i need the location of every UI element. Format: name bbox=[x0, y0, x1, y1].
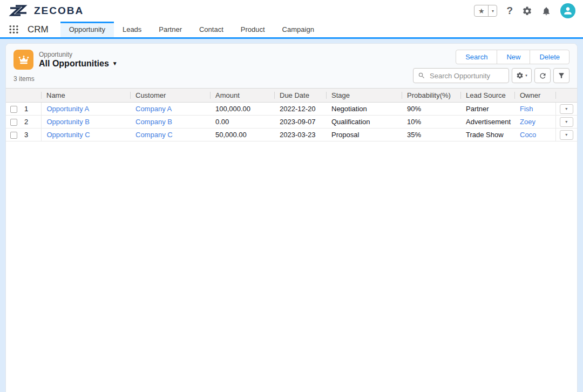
top-actions: ★ ▾ ? bbox=[474, 3, 575, 18]
probability-cell: 90% bbox=[402, 103, 460, 116]
tab-product[interactable]: Product bbox=[232, 22, 274, 37]
column-header-lead-source[interactable]: Lead Source bbox=[460, 89, 514, 103]
stage-cell: Proposal bbox=[326, 129, 402, 141]
logo[interactable]: ZECOBA bbox=[8, 3, 84, 18]
app-launcher-icon[interactable] bbox=[8, 24, 19, 35]
column-header-due-date[interactable]: Due Date bbox=[274, 89, 326, 103]
top-header: ZECOBA ★ ▾ ? bbox=[0, 0, 583, 22]
delete-button[interactable]: Delete bbox=[530, 50, 570, 64]
tab-contact[interactable]: Contact bbox=[191, 22, 232, 37]
filter-button[interactable] bbox=[553, 68, 570, 83]
view-caret-icon: ▼ bbox=[112, 58, 118, 69]
select-all-header bbox=[6, 89, 41, 103]
search-input[interactable] bbox=[413, 68, 509, 83]
app-name: CRM bbox=[28, 24, 49, 35]
table-row: 1 Opportunity A Company A 100,000.00 202… bbox=[6, 103, 577, 116]
gear-icon[interactable] bbox=[522, 6, 532, 16]
lead-source-cell: Partner bbox=[460, 103, 514, 116]
crown-icon bbox=[18, 54, 30, 66]
row-actions-button[interactable]: ▾ bbox=[560, 104, 573, 114]
caret-down-icon: ▾ bbox=[565, 132, 567, 137]
probability-cell: 10% bbox=[402, 116, 460, 129]
search-icon bbox=[418, 72, 425, 79]
logo-icon bbox=[8, 3, 30, 18]
entity-label: Opportunity bbox=[39, 51, 118, 58]
owner-link[interactable]: Zoey bbox=[520, 118, 535, 126]
bell-icon[interactable] bbox=[541, 6, 551, 16]
row-number: 1 bbox=[24, 105, 28, 113]
tab-partner[interactable]: Partner bbox=[150, 22, 191, 37]
tab-campaign[interactable]: Campaign bbox=[274, 22, 323, 37]
search-box bbox=[413, 68, 509, 83]
opportunity-link[interactable]: Opportunity B bbox=[47, 118, 90, 126]
tab-opportunity[interactable]: Opportunity bbox=[60, 22, 114, 37]
list-view-card: Opportunity All Opportunities ▼ 3 items … bbox=[5, 43, 578, 392]
column-header-amount[interactable]: Amount bbox=[210, 89, 274, 103]
lead-source-cell: Advertisement bbox=[460, 116, 514, 129]
opportunity-link[interactable]: Opportunity C bbox=[47, 131, 90, 139]
caret-down-icon: ▾ bbox=[565, 106, 567, 111]
refresh-button[interactable] bbox=[534, 68, 551, 83]
owner-link[interactable]: Fish bbox=[520, 105, 533, 113]
row-checkbox[interactable] bbox=[10, 106, 17, 113]
row-actions-button[interactable]: ▾ bbox=[560, 117, 573, 127]
favorites-caret-icon[interactable]: ▾ bbox=[488, 5, 497, 16]
gear-icon bbox=[516, 72, 524, 79]
due-date-cell: 2023-03-23 bbox=[274, 129, 326, 141]
due-date-cell: 2022-12-20 bbox=[274, 103, 326, 116]
column-header-owner[interactable]: Owner bbox=[514, 89, 555, 103]
stage-cell: Negotiation bbox=[326, 103, 402, 116]
items-count: 3 items bbox=[13, 75, 118, 83]
settings-caret-icon: ▾ bbox=[525, 73, 527, 78]
page-background: Opportunity All Opportunities ▼ 3 items … bbox=[0, 39, 583, 392]
list-view-selector[interactable]: All Opportunities ▼ bbox=[39, 58, 118, 69]
view-name: All Opportunities bbox=[39, 58, 109, 69]
amount-cell: 100,000.00 bbox=[210, 103, 274, 116]
stage-cell: Qualification bbox=[326, 116, 402, 129]
filter-icon bbox=[558, 72, 565, 79]
opportunity-entity-icon bbox=[13, 50, 33, 70]
list-view-header: Opportunity All Opportunities ▼ 3 items … bbox=[6, 44, 577, 88]
column-header-stage[interactable]: Stage bbox=[326, 89, 402, 103]
list-settings-button[interactable]: ▾ bbox=[512, 68, 532, 83]
help-icon[interactable]: ? bbox=[506, 5, 513, 17]
customer-link[interactable]: Company A bbox=[135, 105, 172, 113]
list-tools: ▾ bbox=[413, 68, 570, 83]
amount-cell: 0.00 bbox=[210, 116, 274, 129]
table-header-row: Name Customer Amount Due Date Stage Prob… bbox=[6, 89, 577, 103]
list-actions: Search New Delete bbox=[456, 50, 570, 64]
amount-cell: 50,000.00 bbox=[210, 129, 274, 141]
due-date-cell: 2023-09-07 bbox=[274, 116, 326, 129]
new-button[interactable]: New bbox=[497, 50, 530, 64]
row-number: 3 bbox=[24, 131, 28, 139]
row-number: 2 bbox=[24, 118, 28, 126]
row-actions-button[interactable]: ▾ bbox=[560, 130, 573, 140]
person-icon bbox=[562, 5, 573, 16]
column-header-actions bbox=[555, 89, 577, 103]
favorites-control[interactable]: ★ ▾ bbox=[474, 5, 497, 17]
star-icon[interactable]: ★ bbox=[474, 5, 488, 16]
table-row: 3 Opportunity C Company C 50,000.00 2023… bbox=[6, 129, 577, 141]
search-button[interactable]: Search bbox=[456, 50, 497, 64]
tab-leads[interactable]: Leads bbox=[114, 22, 150, 37]
table-row: 2 Opportunity B Company B 0.00 2023-09-0… bbox=[6, 116, 577, 129]
opportunities-table: Name Customer Amount Due Date Stage Prob… bbox=[6, 88, 577, 141]
avatar[interactable] bbox=[560, 3, 575, 18]
owner-link[interactable]: Coco bbox=[520, 131, 536, 139]
row-checkbox[interactable] bbox=[10, 119, 17, 126]
refresh-icon bbox=[539, 72, 547, 80]
caret-down-icon: ▾ bbox=[565, 119, 567, 124]
nav-tabs: Opportunity Leads Partner Contact Produc… bbox=[60, 22, 323, 37]
lead-source-cell: Trade Show bbox=[460, 129, 514, 141]
opportunity-link[interactable]: Opportunity A bbox=[47, 105, 90, 113]
customer-link[interactable]: Company B bbox=[135, 118, 172, 126]
row-checkbox[interactable] bbox=[10, 132, 17, 139]
column-header-customer[interactable]: Customer bbox=[130, 89, 210, 103]
probability-cell: 35% bbox=[402, 129, 460, 141]
customer-link[interactable]: Company C bbox=[135, 131, 173, 139]
logo-text: ZECOBA bbox=[34, 5, 84, 17]
column-header-name[interactable]: Name bbox=[41, 89, 130, 103]
column-header-probability[interactable]: Probability(%) bbox=[402, 89, 460, 103]
app-navbar: CRM Opportunity Leads Partner Contact Pr… bbox=[0, 22, 583, 39]
